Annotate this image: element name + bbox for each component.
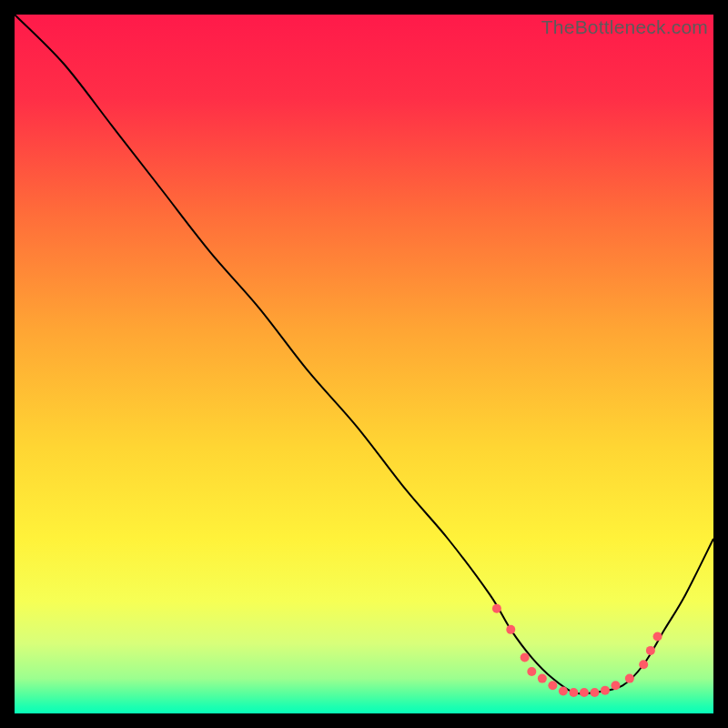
marker-point xyxy=(527,667,536,676)
chart-background xyxy=(15,15,713,713)
marker-point xyxy=(646,646,655,655)
marker-point xyxy=(611,681,620,690)
marker-point xyxy=(590,688,599,697)
bottleneck-chart xyxy=(15,15,713,713)
marker-point xyxy=(521,653,530,662)
marker-point xyxy=(559,686,568,695)
marker-point xyxy=(569,688,578,697)
watermark-text: TheBottleneck.com xyxy=(541,16,708,38)
marker-point xyxy=(639,660,648,669)
marker-point xyxy=(580,688,589,697)
marker-point xyxy=(538,674,547,683)
marker-point xyxy=(492,604,501,613)
chart-frame: TheBottleneck.com xyxy=(15,15,713,713)
marker-point xyxy=(653,632,662,642)
marker-point xyxy=(625,674,634,683)
marker-point xyxy=(506,625,515,634)
marker-point xyxy=(548,681,557,690)
marker-point xyxy=(601,686,610,695)
